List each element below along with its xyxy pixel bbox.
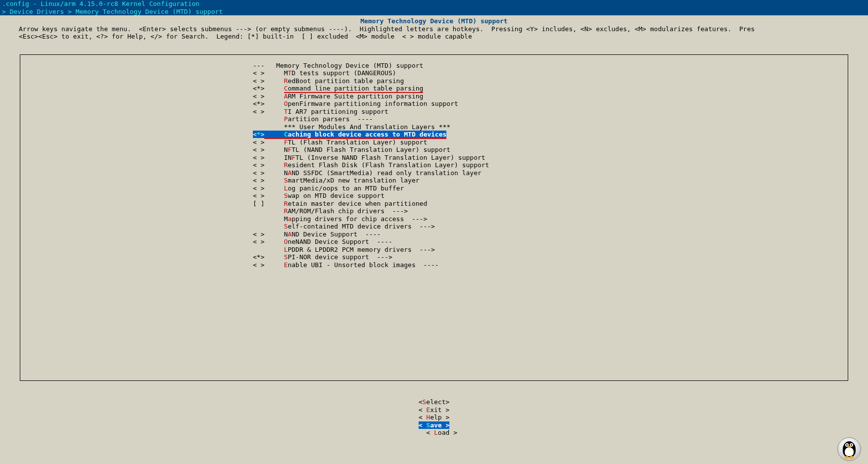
select-button[interactable]: <Select> [419, 398, 450, 406]
menu-item[interactable]: <*> SPI-NOR device support ---> [20, 253, 848, 261]
menu-item[interactable]: < > NAND SSFDC (SmartMedia) read only tr… [20, 169, 848, 177]
menu-item[interactable]: < > NAND Device Support ---- [20, 231, 848, 238]
menu-item[interactable]: Self-contained MTD device drivers ---> [20, 223, 848, 231]
config-title: .config - Linux/arm 4.15.0-rc8 Kernel Co… [0, 0, 868, 8]
title-bar: .config - Linux/arm 4.15.0-rc8 Kernel Co… [0, 0, 868, 15]
help-line-1: Arrow keys navigate the menu. <Enter> se… [0, 25, 868, 33]
exit-button[interactable]: < Exit > [419, 406, 450, 414]
menu-item[interactable]: < > SmartMedia/xD new translation layer [20, 177, 848, 185]
menu-box[interactable]: --- Memory Technology Device (MTD) suppo… [20, 54, 848, 381]
menu-item[interactable]: < > Resident Flash Disk (Flash Translati… [20, 161, 848, 169]
menu-item[interactable]: < > NFTL (NAND Flash Translation Layer) … [20, 146, 848, 154]
menu-item[interactable]: < > Log panic/oops to an MTD buffer [20, 185, 848, 192]
menu-item[interactable]: < > RedBoot partition table parsing [20, 77, 848, 85]
menu-item[interactable]: <*> OpenFirmware partitioning informatio… [20, 100, 848, 108]
content-area: Memory Technology Device (MTD) support A… [0, 15, 868, 444]
menu-item[interactable]: Mapping drivers for chip access ---> [20, 215, 848, 223]
menu-item[interactable]: *** User Modules And Translation Layers … [20, 123, 848, 131]
menu-item[interactable]: <*> Command line partition table parsing [20, 85, 848, 93]
menu-item[interactable]: < > Swap on MTD device support [20, 192, 848, 200]
save-button[interactable]: < Save > [419, 421, 450, 429]
menu-item[interactable]: LPDDR & LPDDR2 PCM memory drivers ---> [20, 246, 848, 254]
help-line-2: <Esc><Esc> to exit, <?> for Help, </> fo… [0, 33, 868, 41]
menu-item[interactable]: < > Enable UBI - Unsorted block images -… [20, 261, 848, 269]
menu-item[interactable]: < > FTL (Flash Translation Layer) suppor… [20, 139, 848, 146]
menu-item[interactable]: [ ] Retain master device when partitione… [20, 200, 848, 208]
breadcrumb: > Device Drivers > Memory Technology Dev… [0, 8, 868, 16]
menu-item[interactable]: RAM/ROM/Flash chip drivers ---> [20, 207, 848, 215]
page-title: Memory Technology Device (MTD) support [0, 17, 868, 25]
button-bar: <Select> < Exit > < Help > < Save > < Lo… [0, 391, 868, 445]
help-button[interactable]: < Help > [419, 414, 450, 421]
menu-item[interactable]: --- Memory Technology Device (MTD) suppo… [20, 62, 848, 70]
menu-item[interactable]: <*> Caching block device access to MTD d… [20, 131, 848, 139]
menu-item[interactable]: < > ARM Firmware Suite partition parsing [20, 93, 848, 100]
menu-item[interactable]: < > INFTL (Inverse NAND Flash Translatio… [20, 154, 848, 162]
tux-avatar-icon [837, 437, 861, 461]
menu-item[interactable]: < > TI AR7 partitioning support [20, 108, 848, 116]
menu-item[interactable]: < > MTD tests support (DANGEROUS) [20, 69, 848, 77]
menu-item[interactable]: Partition parsers ---- [20, 115, 848, 123]
load-button[interactable]: < Load > [426, 429, 457, 436]
menu-item[interactable]: < > OneNAND Device Support ---- [20, 238, 848, 246]
